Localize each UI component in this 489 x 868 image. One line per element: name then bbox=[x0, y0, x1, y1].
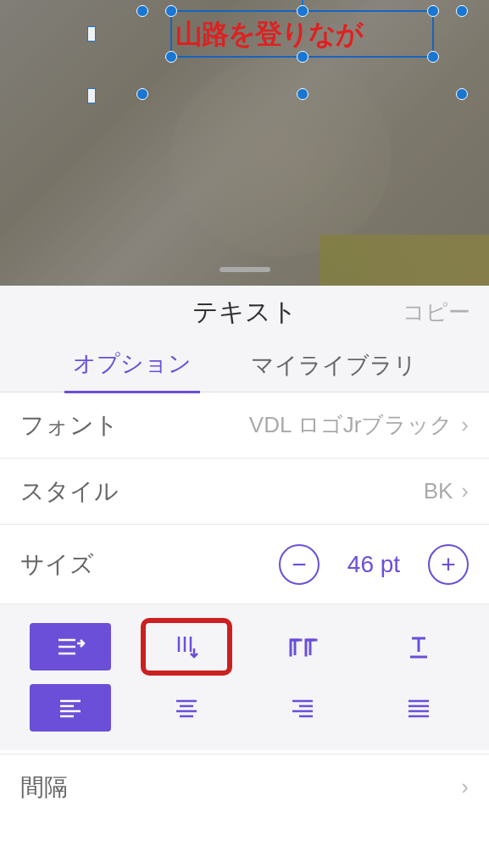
style-value: BK › bbox=[424, 478, 469, 504]
panel-title: テキスト bbox=[192, 295, 297, 330]
underline-button[interactable] bbox=[378, 623, 459, 670]
side-handle-l2[interactable] bbox=[87, 88, 96, 103]
outer-handle-b[interactable] bbox=[297, 88, 308, 100]
panel-drag-handle[interactable] bbox=[219, 267, 270, 272]
style-value-text: BK bbox=[424, 478, 453, 504]
vertical-text-button[interactable] bbox=[146, 623, 227, 670]
size-decrease-button[interactable]: − bbox=[279, 544, 320, 585]
panel-header: テキスト コピー bbox=[0, 286, 489, 338]
font-row[interactable]: フォント VDL ロゴJrブラック › bbox=[0, 392, 489, 459]
align-justify-button[interactable] bbox=[378, 684, 459, 732]
resize-handle-br[interactable] bbox=[427, 51, 439, 63]
resize-handle-b[interactable] bbox=[297, 51, 308, 63]
outer-handle-br[interactable] bbox=[456, 88, 468, 100]
tab-bar: オプション マイライブラリ bbox=[0, 338, 489, 392]
text-tools-section bbox=[0, 604, 489, 750]
align-center-button[interactable] bbox=[146, 684, 227, 732]
text-tools-row-1 bbox=[0, 616, 489, 677]
style-label: スタイル bbox=[20, 476, 119, 508]
size-row: サイズ − 46 pt + bbox=[0, 525, 489, 604]
uppercase-button[interactable] bbox=[262, 623, 343, 670]
side-handle-l[interactable] bbox=[87, 26, 96, 42]
size-controls: − 46 pt + bbox=[279, 544, 469, 585]
align-right-button[interactable] bbox=[262, 684, 343, 732]
size-increase-button[interactable]: + bbox=[428, 544, 469, 585]
font-label: フォント bbox=[20, 409, 119, 442]
outer-handle-bl[interactable] bbox=[136, 88, 148, 100]
spacing-label: 間隔 bbox=[20, 771, 68, 804]
text-panel: テキスト コピー オプション マイライブラリ フォント VDL ロゴJrブラック… bbox=[0, 286, 489, 820]
font-value: VDL ロゴJrブラック › bbox=[249, 410, 469, 440]
outer-handle-tl[interactable] bbox=[136, 5, 148, 17]
resize-handle-tl[interactable] bbox=[165, 5, 177, 17]
resize-handle-t[interactable] bbox=[297, 5, 308, 17]
size-value[interactable]: 46 pt bbox=[342, 551, 406, 578]
size-label: サイズ bbox=[20, 548, 94, 581]
canvas-area[interactable]: 山路を登りなが bbox=[0, 0, 489, 286]
chevron-right-icon: › bbox=[461, 478, 469, 504]
resize-handle-tr[interactable] bbox=[427, 5, 439, 17]
copy-button[interactable]: コピー bbox=[403, 298, 470, 327]
resize-handle-bl[interactable] bbox=[165, 51, 177, 63]
chevron-right-icon: › bbox=[461, 774, 469, 800]
text-content: 山路を登りなが bbox=[175, 20, 363, 47]
style-row[interactable]: スタイル BK › bbox=[0, 459, 489, 525]
horizontal-text-button[interactable] bbox=[30, 623, 111, 670]
font-value-text: VDL ロゴJrブラック bbox=[249, 410, 453, 440]
text-tools-row-2 bbox=[0, 677, 489, 738]
chevron-right-icon: › bbox=[461, 412, 469, 438]
align-left-button[interactable] bbox=[30, 684, 111, 732]
selected-text-box[interactable]: 山路を登りなが bbox=[170, 10, 434, 58]
tab-library[interactable]: マイライブラリ bbox=[242, 338, 425, 392]
outer-handle-tr[interactable] bbox=[456, 5, 468, 17]
tab-options[interactable]: オプション bbox=[64, 337, 200, 393]
spacing-row[interactable]: 間隔 › bbox=[0, 754, 489, 820]
